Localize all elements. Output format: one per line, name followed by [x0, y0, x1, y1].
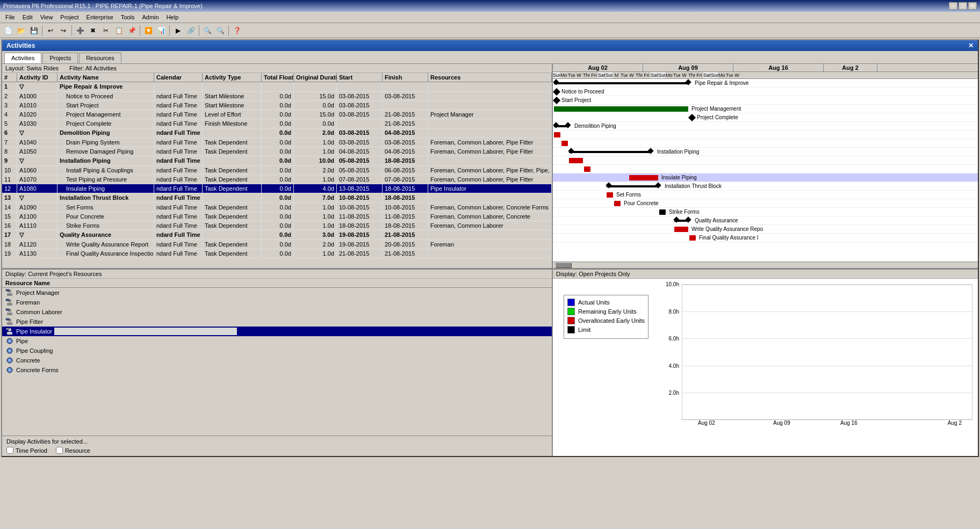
table-row[interactable]: 4 A1020 Project Management ndard Full Ti… — [2, 110, 552, 119]
gantt-day-thr1: Thr — [583, 72, 590, 78]
time-period-checkbox-label[interactable]: Time Period — [6, 447, 47, 454]
th-start: Start — [337, 73, 383, 82]
menu-tools[interactable]: Tools — [118, 13, 138, 21]
gantt-bar-label: Project Management — [691, 106, 741, 112]
toolbar-progress[interactable]: ▶ — [172, 25, 184, 37]
close-button[interactable]: ✕ — [968, 2, 977, 10]
resource-checkbox-label[interactable]: Resource — [56, 447, 90, 454]
table-row[interactable]: 9 ▽ Installation Piping ndard Full Time … — [2, 156, 552, 166]
table-row[interactable]: 10 A1060 Install Piping & Couplings ndar… — [2, 166, 552, 175]
table-row[interactable]: 7 A1040 Drain Piping System ndard Full T… — [2, 138, 552, 147]
table-row[interactable]: 11 A1070 Test Piping at Pressure ndard F… — [2, 175, 552, 184]
resource-row-pipe-fitter[interactable]: Pipe Fitter — [2, 317, 552, 327]
th-resources: Resources — [428, 73, 552, 82]
minimize-button[interactable]: ─ — [949, 2, 957, 10]
tab-bar: Activities Projects Resources — [2, 51, 978, 64]
tab-resources[interactable]: Resources — [79, 53, 121, 63]
resource-row-concrete[interactable]: Concrete — [2, 356, 552, 365]
td-calendar: ndard Full Time — [154, 147, 203, 156]
table-row[interactable]: 1 ▽ Pipe Repair & Improve — [2, 82, 552, 92]
table-row[interactable]: 15 A1100 Pour Concrete ndard Full Time T… — [2, 212, 552, 221]
td-calendar: ndard Full Time — [154, 184, 203, 193]
menu-edit[interactable]: Edit — [19, 13, 36, 21]
table-row[interactable]: 2 A1000 Notice to Proceed ndard Full Tim… — [2, 92, 552, 101]
td-resources: Foreman, Common Laborer, Concrete — [428, 212, 552, 221]
svg-point-19 — [8, 349, 11, 352]
td-type: Task Dependent — [203, 203, 262, 212]
toolbar-paste[interactable]: 📌 — [126, 25, 138, 37]
resource-row-project-manager[interactable]: Project Manager — [2, 288, 552, 298]
td-start: 03-08-2015 — [337, 101, 383, 110]
time-period-checkbox[interactable] — [6, 447, 13, 454]
toolbar-filter[interactable]: 🔽 — [142, 25, 154, 37]
toolbar-cut[interactable]: ✂ — [100, 25, 112, 37]
gantt-panel: Aug 02 Aug 09 Aug 16 Aug 2 Sun Mon Tue W… — [553, 64, 978, 268]
menu-enterprise[interactable]: Enterprise — [83, 13, 117, 21]
resource-row-pipe-coupling[interactable]: Pipe Coupling — [2, 346, 552, 356]
toolbar-delete[interactable]: ✖ — [87, 25, 99, 37]
toolbar-group[interactable]: 📊 — [155, 25, 167, 37]
gantt-day-mon1: Mon — [560, 72, 568, 78]
toolbar-undo[interactable]: ↩ — [45, 25, 56, 37]
toolbar-link[interactable]: 🔗 — [185, 25, 197, 37]
toolbar-help[interactable]: ❓ — [231, 25, 243, 37]
td-float: 0.0d — [262, 193, 294, 202]
td-name: Remove Damaged Piping — [57, 147, 154, 156]
toolbar-open[interactable]: 📂 — [15, 25, 27, 37]
table-row[interactable]: 5 A1030 Project Complete ndard Full Time… — [2, 119, 552, 128]
resource-row-pipe[interactable]: Pipe — [2, 336, 552, 346]
toolbar-save[interactable]: 💾 — [28, 25, 40, 37]
resource-row-pipe-insulator[interactable]: Pipe Insulator — [2, 327, 552, 336]
td-start: 04-08-2015 — [337, 147, 383, 156]
resource-row-foreman[interactable]: Foreman — [2, 298, 552, 307]
toolbar-zoom-out[interactable]: 🔍 — [214, 25, 226, 37]
menu-view[interactable]: View — [37, 13, 56, 21]
menu-help[interactable]: Help — [163, 13, 182, 21]
table-row[interactable]: 3 A1010 Start Project ndard Full Time St… — [2, 101, 552, 110]
td-resources: Foreman, Common Laborer, Pipe Fitter — [428, 175, 552, 184]
x-axis: Aug 02 Aug 09 Aug 16 Aug 2 — [682, 420, 972, 431]
panel-close-icon[interactable]: ✕ — [968, 42, 974, 49]
tab-activities[interactable]: Activities — [4, 53, 41, 63]
toolbar-copy[interactable]: 📋 — [113, 25, 125, 37]
table-row[interactable]: 8 A1050 Remove Damaged Piping ndard Full… — [2, 147, 552, 156]
table-row[interactable]: 14 A1090 Set Forms ndard Full Time Task … — [2, 203, 552, 212]
y-8h: 8.0h — [669, 308, 679, 314]
gantt-row: Pipe Repair & Improve — [553, 79, 978, 88]
gantt-bar-label: Demolition Piping — [574, 123, 616, 129]
toolbar-redo[interactable]: ↪ — [57, 25, 69, 37]
td-type — [203, 128, 262, 137]
table-row[interactable]: 18 A1120 Write Quality Assurance Report … — [2, 240, 552, 249]
resource-list: Project Manager Foreman — [2, 288, 552, 436]
resource-row-concrete-forms[interactable]: Concrete Forms — [2, 365, 552, 375]
td-resources — [428, 101, 552, 110]
td-num: 15 — [2, 212, 17, 221]
td-finish: 03-08-2015 — [383, 138, 428, 147]
toolbar-zoom-in[interactable]: 🔍 — [201, 25, 213, 37]
tab-projects[interactable]: Projects — [42, 53, 78, 63]
td-float: 0.0d — [262, 249, 294, 258]
menu-file[interactable]: File — [2, 13, 18, 21]
table-row[interactable]: 16 A1110 Strike Forms ndard Full Time Ta… — [2, 221, 552, 230]
gantt-scrollbar-h[interactable] — [553, 262, 978, 268]
maximize-button[interactable]: □ — [959, 2, 967, 10]
table-row[interactable]: 12 A1080 Insulate Piping ndard Full Time… — [2, 184, 552, 193]
table-row[interactable]: 17 ▽ Quality Assurance ndard Full Time 0… — [2, 230, 552, 240]
table-row[interactable]: 19 A1130 Final Quality Assurance Inspect… — [2, 249, 552, 258]
table-row[interactable]: 13 ▽ Installation Thrust Block ndard Ful… — [2, 193, 552, 203]
gantt-day-tue1: Tue — [568, 72, 575, 78]
footer-controls: Display Activities for selected... Time … — [2, 436, 552, 456]
menu-project[interactable]: Project — [57, 13, 82, 21]
svg-rect-11 — [7, 322, 12, 325]
gantt-bar-label: Insulate Piping — [661, 175, 697, 180]
table-row[interactable]: 6 ▽ Demolition Piping ndard Full Time 0.… — [2, 128, 552, 138]
toolbar-new[interactable]: 📄 — [2, 25, 14, 37]
resource-panel: Display: Current Project's Resources Res… — [2, 270, 553, 456]
td-name: Pipe Repair & Improve — [57, 82, 154, 91]
td-resources: Foreman, Common Laborer, Pipe Fitter, Pi… — [428, 166, 552, 175]
menu-admin[interactable]: Admin — [139, 13, 162, 21]
resource-checkbox[interactable] — [56, 447, 63, 454]
toolbar-add[interactable]: ➕ — [74, 25, 86, 37]
resource-row-common-laborer[interactable]: Common Laborer — [2, 307, 552, 317]
td-name: Final Quality Assurance Inspection — [57, 249, 154, 258]
